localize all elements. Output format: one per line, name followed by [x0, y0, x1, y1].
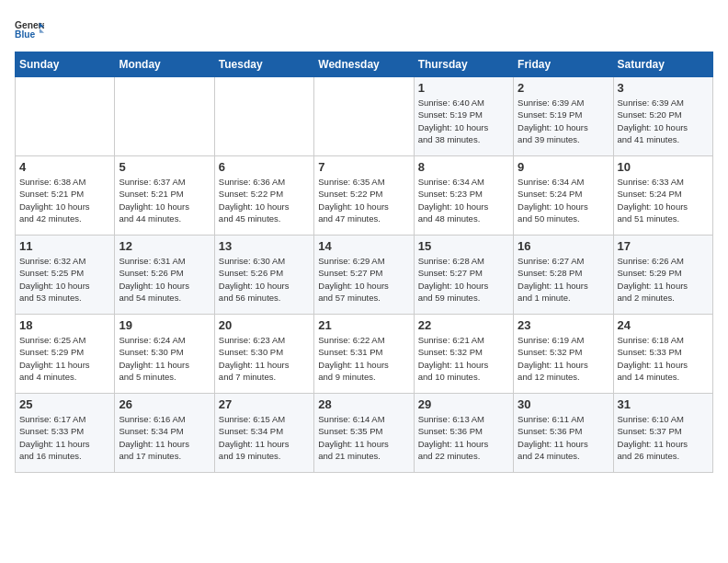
calendar-cell: 23Sunrise: 6:19 AMSunset: 5:32 PMDayligh…: [514, 315, 613, 394]
cell-text-line: and 9 minutes.: [318, 371, 409, 383]
cell-text-line: and 57 minutes.: [318, 292, 409, 304]
cell-text-line: and 14 minutes.: [618, 371, 709, 383]
cell-text-line: Sunrise: 6:27 AM: [518, 255, 609, 267]
cell-text-line: Sunset: 5:31 PM: [318, 346, 409, 358]
cell-text-line: Daylight: 11 hours: [19, 359, 110, 371]
day-number: 21: [318, 318, 409, 332]
cell-text-line: Sunrise: 6:34 AM: [418, 176, 509, 188]
calendar-cell: 27Sunrise: 6:15 AMSunset: 5:34 PMDayligh…: [214, 394, 313, 473]
cell-text-line: Sunrise: 6:35 AM: [318, 176, 409, 188]
cell-text-line: and 21 minutes.: [318, 450, 409, 462]
day-number: 29: [418, 397, 509, 411]
cell-text-line: and 59 minutes.: [418, 292, 509, 304]
cell-text-line: and 47 minutes.: [318, 213, 409, 224]
calendar-cell: 10Sunrise: 6:33 AMSunset: 5:24 PMDayligh…: [613, 156, 712, 236]
calendar-cell: 20Sunrise: 6:23 AMSunset: 5:30 PMDayligh…: [214, 315, 313, 394]
day-number: 26: [119, 397, 210, 411]
day-number: 2: [518, 81, 609, 95]
weekday-header-thursday: Thursday: [414, 52, 513, 77]
cell-text-line: Sunrise: 6:21 AM: [418, 334, 509, 346]
calendar-header: SundayMondayTuesdayWednesdayThursdayFrid…: [16, 52, 713, 77]
cell-text-line: Sunset: 5:19 PM: [518, 109, 609, 121]
calendar-table: SundayMondayTuesdayWednesdayThursdayFrid…: [15, 52, 713, 473]
cell-text-line: Daylight: 11 hours: [318, 359, 409, 371]
day-number: 13: [219, 239, 310, 253]
cell-text-line: Sunset: 5:29 PM: [618, 267, 709, 279]
day-number: 7: [318, 160, 409, 174]
cell-text-line: Sunset: 5:34 PM: [219, 425, 310, 437]
day-number: 4: [19, 160, 110, 174]
day-number: 25: [19, 397, 110, 411]
cell-text-line: Sunrise: 6:14 AM: [318, 413, 409, 425]
cell-text-line: and 54 minutes.: [119, 292, 210, 304]
cell-text-line: Sunrise: 6:30 AM: [219, 255, 310, 267]
cell-text-line: Daylight: 10 hours: [19, 201, 110, 213]
cell-text-line: Sunset: 5:36 PM: [518, 425, 609, 437]
cell-text-line: Sunset: 5:21 PM: [119, 188, 210, 200]
calendar-cell: 16Sunrise: 6:27 AMSunset: 5:28 PMDayligh…: [514, 236, 613, 315]
day-number: 9: [518, 160, 609, 174]
cell-text-line: Sunrise: 6:32 AM: [19, 255, 110, 267]
calendar-cell: [214, 77, 313, 156]
calendar-cell: 22Sunrise: 6:21 AMSunset: 5:32 PMDayligh…: [414, 315, 513, 394]
weekday-row: SundayMondayTuesdayWednesdayThursdayFrid…: [16, 52, 713, 77]
day-number: 8: [418, 160, 509, 174]
cell-text-line: and 17 minutes.: [119, 450, 210, 462]
cell-text-line: and 7 minutes.: [219, 371, 310, 383]
cell-text-line: Sunset: 5:25 PM: [19, 267, 110, 279]
logo: General Blue: [15, 15, 44, 44]
cell-text-line: Sunrise: 6:36 AM: [219, 176, 310, 188]
logo-icon: General Blue: [15, 15, 44, 44]
calendar-cell: 28Sunrise: 6:14 AMSunset: 5:35 PMDayligh…: [314, 394, 414, 473]
cell-text-line: and 53 minutes.: [19, 292, 110, 304]
cell-text-line: Daylight: 11 hours: [219, 359, 310, 371]
calendar-cell: 12Sunrise: 6:31 AMSunset: 5:26 PMDayligh…: [115, 236, 214, 315]
cell-text-line: Daylight: 10 hours: [318, 280, 409, 292]
day-number: 20: [219, 318, 310, 332]
calendar-week-2: 4Sunrise: 6:38 AMSunset: 5:21 PMDaylight…: [16, 156, 713, 236]
cell-text-line: and 26 minutes.: [618, 450, 709, 462]
cell-text-line: Sunset: 5:20 PM: [618, 109, 709, 121]
cell-text-line: Daylight: 10 hours: [618, 201, 709, 213]
cell-text-line: Daylight: 11 hours: [219, 438, 310, 450]
calendar-cell: [115, 77, 214, 156]
cell-text-line: Sunset: 5:22 PM: [318, 188, 409, 200]
cell-text-line: Daylight: 10 hours: [219, 280, 310, 292]
cell-text-line: Sunset: 5:23 PM: [418, 188, 509, 200]
cell-text-line: Sunrise: 6:38 AM: [19, 176, 110, 188]
cell-text-line: and 22 minutes.: [418, 450, 509, 462]
cell-text-line: Daylight: 10 hours: [618, 121, 709, 133]
cell-text-line: Sunset: 5:33 PM: [19, 425, 110, 437]
cell-text-line: Sunset: 5:22 PM: [219, 188, 310, 200]
weekday-header-saturday: Saturday: [613, 52, 712, 77]
cell-text-line: Sunset: 5:35 PM: [318, 425, 409, 437]
day-number: 28: [318, 397, 409, 411]
cell-text-line: Sunset: 5:30 PM: [219, 346, 310, 358]
calendar-week-4: 18Sunrise: 6:25 AMSunset: 5:29 PMDayligh…: [16, 315, 713, 394]
cell-text-line: and 2 minutes.: [618, 292, 709, 304]
cell-text-line: Daylight: 10 hours: [318, 201, 409, 213]
day-number: 27: [219, 397, 310, 411]
calendar-cell: 30Sunrise: 6:11 AMSunset: 5:36 PMDayligh…: [514, 394, 613, 473]
cell-text-line: Sunset: 5:36 PM: [418, 425, 509, 437]
day-number: 15: [418, 239, 509, 253]
calendar-cell: 6Sunrise: 6:36 AMSunset: 5:22 PMDaylight…: [214, 156, 313, 236]
cell-text-line: and 10 minutes.: [418, 371, 509, 383]
cell-text-line: Sunrise: 6:24 AM: [119, 334, 210, 346]
cell-text-line: Sunset: 5:27 PM: [318, 267, 409, 279]
day-number: 18: [19, 318, 110, 332]
cell-text-line: Sunrise: 6:40 AM: [418, 97, 509, 109]
cell-text-line: Sunrise: 6:17 AM: [19, 413, 110, 425]
calendar-cell: 15Sunrise: 6:28 AMSunset: 5:27 PMDayligh…: [414, 236, 513, 315]
cell-text-line: Sunrise: 6:26 AM: [618, 255, 709, 267]
cell-text-line: and 39 minutes.: [518, 133, 609, 145]
cell-text-line: Sunrise: 6:33 AM: [618, 176, 709, 188]
cell-text-line: Sunrise: 6:28 AM: [418, 255, 509, 267]
cell-text-line: Sunset: 5:29 PM: [19, 346, 110, 358]
day-number: 31: [618, 397, 709, 411]
calendar-cell: 4Sunrise: 6:38 AMSunset: 5:21 PMDaylight…: [16, 156, 115, 236]
cell-text-line: Sunrise: 6:11 AM: [518, 413, 609, 425]
day-number: 10: [618, 160, 709, 174]
calendar-cell: [314, 77, 414, 156]
calendar-cell: 19Sunrise: 6:24 AMSunset: 5:30 PMDayligh…: [115, 315, 214, 394]
